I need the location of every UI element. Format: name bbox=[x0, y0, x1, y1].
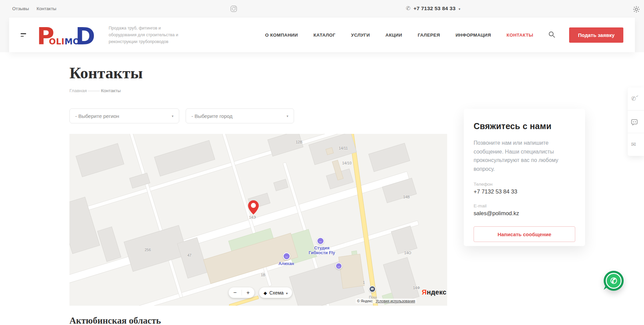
nav-item-contacts[interactable]: КОНТАКТЫ bbox=[506, 33, 533, 38]
map-layer-button[interactable]: Схема bbox=[259, 287, 292, 298]
pin-icon bbox=[248, 200, 259, 215]
instagram-link[interactable] bbox=[231, 6, 237, 12]
map-location-pin[interactable] bbox=[248, 200, 259, 215]
map-building-label: 47 bbox=[187, 253, 191, 257]
map-building-label: 14/10 bbox=[342, 161, 352, 165]
phone-label: Телефон bbox=[474, 182, 575, 187]
poi-fitness-icon[interactable] bbox=[335, 263, 342, 269]
map-copyright: © Яндекс bbox=[357, 299, 373, 303]
search-button[interactable] bbox=[548, 31, 556, 39]
contact-card-title: Свяжитесь с нами bbox=[474, 121, 575, 131]
poi-post-office-icon[interactable] bbox=[369, 286, 376, 292]
yandex-map[interactable]: 12В 14/11 14/10 14В 14О 14Ф 14Т 1В 1 256… bbox=[69, 134, 447, 306]
map-building bbox=[97, 226, 121, 262]
whatsapp-icon bbox=[606, 273, 622, 289]
yandex-logo[interactable]: Яндекс bbox=[422, 288, 446, 296]
terms-of-use-link[interactable]: Условия использования bbox=[376, 299, 415, 303]
map-building bbox=[368, 143, 410, 172]
callback-button[interactable] bbox=[628, 87, 644, 110]
poi-fitness-icon[interactable] bbox=[317, 237, 324, 245]
burger-line bbox=[21, 36, 24, 37]
chevron-down-icon bbox=[286, 290, 288, 296]
topbar-phone-number: +7 7132 53 84 33 bbox=[413, 5, 455, 12]
poi-label-line: Студия bbox=[298, 246, 346, 250]
search-icon bbox=[549, 32, 554, 36]
yandex-logo-rest: ндекс bbox=[427, 288, 446, 296]
phone-value: +7 7132 53 84 33 bbox=[474, 188, 575, 195]
page-title: Контакты bbox=[69, 64, 143, 82]
topbar-link-reviews[interactable]: Отзывы bbox=[12, 6, 29, 11]
breadcrumb: Главная — Контакты bbox=[69, 88, 121, 93]
tagline-line: оборудования для строительства и bbox=[109, 32, 178, 38]
breadcrumb-home[interactable]: Главная bbox=[69, 88, 87, 93]
map-building bbox=[76, 143, 124, 177]
map-building-label: 14В bbox=[403, 195, 410, 199]
logo-letters-oli: OLI bbox=[49, 37, 64, 46]
map-building-label: 14/11 bbox=[339, 146, 348, 150]
map-building-label: 14О bbox=[404, 251, 411, 255]
tagline-line: Продажа труб, фитингов и bbox=[109, 25, 178, 32]
layer-label: Схема bbox=[269, 290, 284, 296]
breadcrumb-current: Контакты bbox=[101, 88, 121, 93]
write-message-button[interactable]: Написать сообщение bbox=[474, 226, 575, 242]
nav-item-gallery[interactable]: ГАЛЕРЕЯ bbox=[418, 33, 440, 38]
map-attribution: © Яндекс Условия использования bbox=[356, 299, 416, 303]
sun-icon bbox=[635, 8, 638, 11]
topbar-phone-dropdown[interactable]: +7 7132 53 84 33 bbox=[406, 5, 460, 12]
email-button[interactable] bbox=[628, 133, 644, 156]
site-logo[interactable]: P OLIMO D bbox=[37, 24, 95, 46]
chat-button[interactable] bbox=[628, 110, 644, 133]
nav-item-about[interactable]: О КОМПАНИИ bbox=[265, 33, 298, 38]
poi-label-alihan: Алихан bbox=[273, 261, 300, 266]
contact-card-text: Позвоните нам или напишите сообщение. На… bbox=[474, 139, 575, 173]
menu-button[interactable] bbox=[21, 33, 27, 37]
topbar-link-contacts[interactable]: Контакты bbox=[37, 6, 56, 11]
map-building bbox=[177, 237, 208, 278]
map-building-label: 14Ф bbox=[413, 286, 420, 290]
submit-request-button[interactable]: Подать заявку bbox=[569, 27, 623, 43]
instagram-icon bbox=[231, 6, 237, 12]
phone-icon bbox=[406, 5, 410, 12]
map-building bbox=[273, 179, 288, 191]
map-building-label: 256 bbox=[145, 248, 151, 252]
city-select-value: - Выберите город bbox=[191, 113, 232, 119]
region-select-value: - Выберите регион bbox=[75, 113, 119, 119]
map-zoom-control: − + bbox=[229, 287, 254, 298]
city-select[interactable]: - Выберите город ▾ bbox=[186, 108, 294, 123]
poi-label-fly: Студия Гибкости Fly bbox=[298, 246, 346, 256]
tagline-line: реконструкции трубопроводов bbox=[109, 38, 178, 45]
theme-toggle[interactable] bbox=[632, 5, 640, 13]
logo-letter-d: D bbox=[76, 27, 95, 46]
contact-card: Свяжитесь с нами Позвоните нам или напиш… bbox=[464, 109, 585, 246]
main-header: P OLIMO D Продажа труб, фитингов и обору… bbox=[9, 18, 635, 52]
chevron-down-icon: ▾ bbox=[172, 114, 173, 118]
map-building-label: 12В bbox=[296, 140, 303, 144]
zoom-in-button[interactable]: + bbox=[242, 287, 255, 298]
chat-icon bbox=[631, 119, 638, 124]
poi-fitness-icon[interactable] bbox=[283, 252, 290, 260]
nav-item-catalog[interactable]: КАТАЛОГ bbox=[313, 33, 335, 38]
mail-icon bbox=[631, 141, 636, 148]
region-section-heading: Актюбинская область bbox=[69, 316, 161, 325]
email-label: E-mail bbox=[474, 203, 575, 208]
callback-phone-icon bbox=[631, 95, 638, 102]
zoom-out-button[interactable]: − bbox=[229, 287, 242, 298]
burger-line bbox=[21, 33, 26, 34]
nav-item-info[interactable]: ИНФОРМАЦИЯ bbox=[456, 33, 491, 38]
whatsapp-button[interactable] bbox=[604, 271, 624, 291]
layers-icon bbox=[264, 290, 267, 296]
map-building bbox=[338, 254, 365, 289]
region-select[interactable]: - Выберите регион ▾ bbox=[69, 108, 179, 123]
topbar: Отзывы Контакты +7 7132 53 84 33 bbox=[0, 0, 644, 18]
email-value: sales@polimod.kz bbox=[474, 210, 575, 217]
nav-item-promo[interactable]: АКЦИИ bbox=[386, 33, 402, 38]
side-toolbar bbox=[628, 87, 644, 156]
map-building bbox=[267, 134, 303, 157]
map-building-label: 1В bbox=[261, 273, 265, 277]
yandex-logo-ya: Я bbox=[422, 288, 427, 296]
breadcrumb-separator: — bbox=[88, 88, 100, 93]
nav-item-services[interactable]: УСЛУГИ bbox=[351, 33, 370, 38]
chevron-down-icon bbox=[459, 5, 460, 12]
map-building-label: 14Э bbox=[249, 215, 256, 219]
poi-label-line: Гибкости Fly bbox=[298, 250, 346, 255]
